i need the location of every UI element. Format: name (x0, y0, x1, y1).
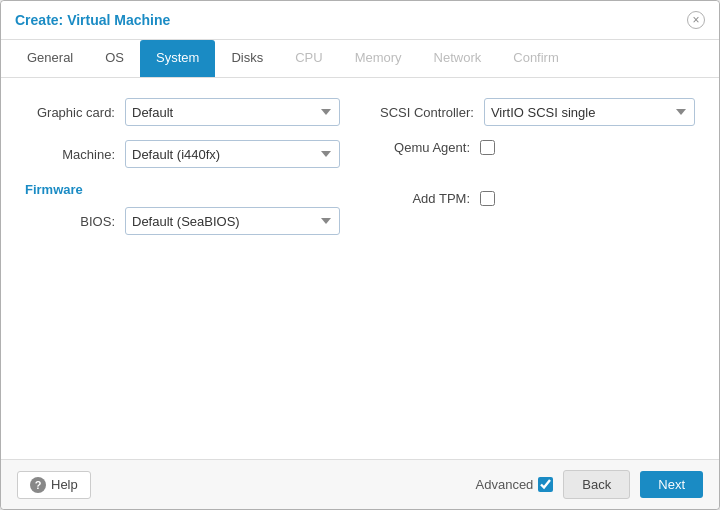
graphic-card-group: Graphic card: Default (25, 98, 340, 126)
advanced-text: Advanced (476, 477, 534, 492)
bios-select[interactable]: Default (SeaBIOS) (125, 207, 340, 235)
create-vm-dialog: Create: Virtual Machine × General OS Sys… (0, 0, 720, 510)
tab-memory: Memory (339, 40, 418, 77)
qemu-label: Qemu Agent: (380, 140, 480, 155)
tab-network: Network (418, 40, 498, 77)
machine-group: Machine: Default (i440fx) (25, 140, 340, 168)
machine-select[interactable]: Default (i440fx) (125, 140, 340, 168)
footer-left: ? Help (17, 471, 91, 499)
qemu-group: Qemu Agent: (380, 140, 695, 155)
footer-right: Advanced Back Next (476, 470, 703, 499)
right-column: SCSI Controller: VirtIO SCSI single Qemu… (380, 98, 695, 249)
add-tpm-label: Add TPM: (380, 191, 480, 206)
form-content: Graphic card: Default Machine: Default (… (1, 78, 719, 459)
tab-cpu: CPU (279, 40, 338, 77)
footer: ? Help Advanced Back Next (1, 459, 719, 509)
close-button[interactable]: × (687, 11, 705, 29)
help-button[interactable]: ? Help (17, 471, 91, 499)
help-label: Help (51, 477, 78, 492)
tab-bar: General OS System Disks CPU Memory Netwo… (1, 40, 719, 78)
qemu-checkbox-wrap (480, 140, 495, 155)
add-tpm-group: Add TPM: (380, 191, 695, 206)
qemu-checkbox[interactable] (480, 140, 495, 155)
scsi-label: SCSI Controller: (380, 105, 484, 120)
bios-label: BIOS: (25, 214, 125, 229)
add-tpm-checkbox[interactable] (480, 191, 495, 206)
form-grid: Graphic card: Default Machine: Default (… (25, 98, 695, 249)
bios-group: BIOS: Default (SeaBIOS) (25, 207, 340, 235)
tab-os[interactable]: OS (89, 40, 140, 77)
machine-label: Machine: (25, 147, 125, 162)
add-tpm-checkbox-wrap (480, 191, 495, 206)
tab-system[interactable]: System (140, 40, 215, 77)
firmware-section: Firmware (25, 182, 340, 197)
title-bar: Create: Virtual Machine × (1, 1, 719, 40)
help-icon: ? (30, 477, 46, 493)
graphic-card-label: Graphic card: (25, 105, 125, 120)
left-column: Graphic card: Default Machine: Default (… (25, 98, 340, 249)
back-button[interactable]: Back (563, 470, 630, 499)
tab-disks[interactable]: Disks (215, 40, 279, 77)
firmware-label: Firmware (25, 182, 340, 197)
tab-confirm: Confirm (497, 40, 575, 77)
advanced-label[interactable]: Advanced (476, 477, 554, 492)
graphic-card-select[interactable]: Default (125, 98, 340, 126)
scsi-select[interactable]: VirtIO SCSI single (484, 98, 695, 126)
tab-general[interactable]: General (11, 40, 89, 77)
advanced-checkbox[interactable] (538, 477, 553, 492)
dialog-title: Create: Virtual Machine (15, 12, 170, 28)
next-button[interactable]: Next (640, 471, 703, 498)
scsi-group: SCSI Controller: VirtIO SCSI single (380, 98, 695, 126)
